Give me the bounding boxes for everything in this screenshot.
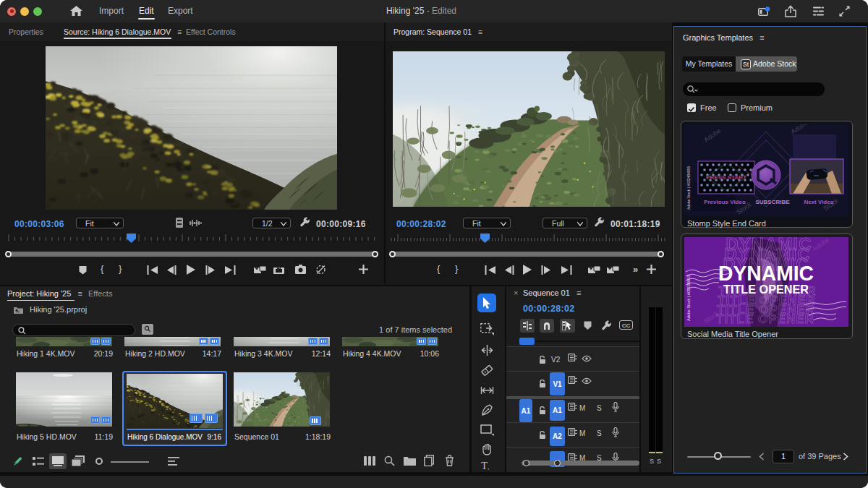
svg-text:Adobe Stock | #05236903: Adobe Stock | #05236903: [686, 275, 691, 321]
svg-text:TITLE OPENER: TITLE OPENER: [723, 283, 809, 296]
svg-text:Previous Video: Previous Video: [704, 199, 746, 205]
svg-text:DYNAMIC: DYNAMIC: [718, 261, 814, 285]
svg-text:Adobe Stock | #532484855: Adobe Stock | #532484855: [686, 166, 691, 210]
svg-text:SUBSCRIBE: SUBSCRIBE: [755, 199, 790, 205]
svg-text:TITLE OPENER: TITLE OPENER: [716, 312, 814, 326]
svg-text:PRESS START: PRESS START: [706, 174, 746, 181]
